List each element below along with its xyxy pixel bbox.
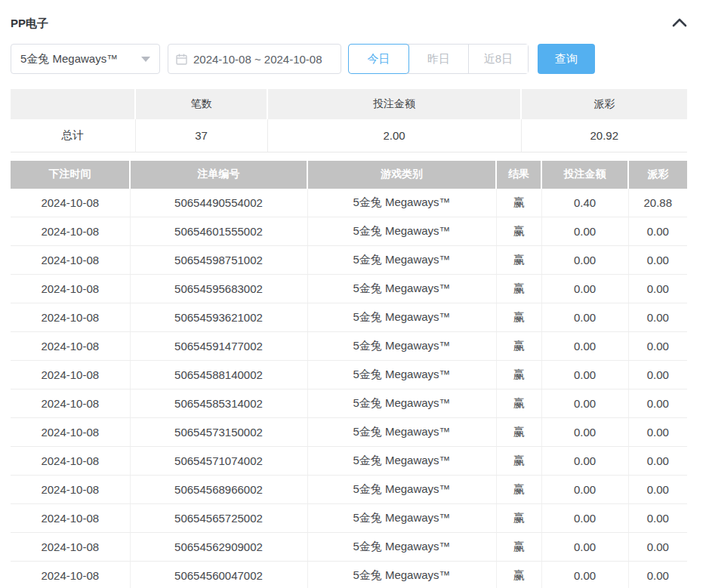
cell-bet-time: 2024-10-08 [11,332,130,361]
cell-bet-amount: 0.00 [541,361,628,389]
table-row: 2024-10-08506545987510025金兔 Megaways™赢0.… [11,246,687,275]
cell-payout: 0.00 [628,303,687,332]
summary-header-blank [11,89,135,119]
cell-bet-id: 50654593621002 [130,303,307,332]
cell-game-category: 5金兔 Megaways™ [307,504,496,533]
quick-range-group: 今日 昨日 近8日 [348,44,529,74]
collapse-button[interactable] [667,12,692,35]
cell-bet-amount: 0.00 [541,275,628,303]
table-row: 2024-10-08506546015550025金兔 Megaways™赢0.… [11,217,687,246]
cell-bet-id: 50654565725002 [130,504,307,533]
summary-header-row: 笔数 投注金额 派彩 [11,89,687,119]
records-header-game-category: 游戏类别 [307,161,496,189]
cell-result: 赢 [496,389,541,418]
cell-payout: 0.00 [628,361,687,389]
search-button[interactable]: 查询 [538,44,595,74]
records-header-result: 结果 [496,161,541,189]
cell-bet-time: 2024-10-08 [11,504,130,533]
cell-bet-amount: 0.00 [541,332,628,361]
chevron-down-icon [141,57,150,62]
summary-total-payout: 20.92 [521,119,687,152]
pp-games-panel: PP电子 5金兔 Megaways™ 2024-10 [0,0,709,588]
table-row: 2024-10-08506545710740025金兔 Megaways™赢0.… [11,447,687,476]
cell-bet-id: 50654573150002 [130,418,307,447]
cell-bet-id: 50654490554002 [130,189,307,217]
table-row: 2024-10-08506545956830025金兔 Megaways™赢0.… [11,275,687,303]
cell-bet-time: 2024-10-08 [11,303,130,332]
cell-game-category: 5金兔 Megaways™ [307,476,496,504]
cell-bet-id: 50654591477002 [130,332,307,361]
cell-bet-amount: 0.00 [541,533,628,562]
cell-game-category: 5金兔 Megaways™ [307,189,496,217]
cell-bet-id: 50654568966002 [130,476,307,504]
table-row: 2024-10-08506545936210025金兔 Megaways™赢0.… [11,303,687,332]
cell-bet-time: 2024-10-08 [11,246,130,275]
cell-result: 赢 [496,418,541,447]
cell-payout: 0.00 [628,217,687,246]
cell-bet-time: 2024-10-08 [11,275,130,303]
panel-header: PP电子 [11,0,698,44]
table-row: 2024-10-08506545600470025金兔 Megaways™赢0.… [11,562,687,588]
cell-game-category: 5金兔 Megaways™ [307,418,496,447]
cell-game-category: 5金兔 Megaways™ [307,217,496,246]
summary-total-bet-amount: 2.00 [267,119,521,152]
summary-total-row: 总计 37 2.00 20.92 [11,119,687,152]
cell-bet-amount: 0.00 [541,303,628,332]
cell-payout: 0.00 [628,246,687,275]
cell-bet-amount: 0.00 [541,562,628,588]
cell-game-category: 5金兔 Megaways™ [307,447,496,476]
yesterday-button[interactable]: 昨日 [408,45,468,73]
cell-payout: 0.00 [628,275,687,303]
cell-game-category: 5金兔 Megaways™ [307,533,496,562]
last-8-days-button[interactable]: 近8日 [468,45,528,73]
records-table: 下注时间 注单编号 游戏类别 结果 投注金额 派彩 2024-10-085065… [11,161,687,588]
cell-bet-time: 2024-10-08 [11,476,130,504]
cell-result: 赢 [496,189,541,217]
cell-game-category: 5金兔 Megaways™ [307,361,496,389]
cell-result: 赢 [496,303,541,332]
table-row: 2024-10-08506545731500025金兔 Megaways™赢0.… [11,418,687,447]
cell-game-category: 5金兔 Megaways™ [307,389,496,418]
cell-result: 赢 [496,504,541,533]
summary-header-count: 笔数 [135,89,267,119]
game-select[interactable]: 5金兔 Megaways™ [11,44,160,74]
cell-bet-amount: 0.00 [541,246,628,275]
table-row: 2024-10-08506545689660025金兔 Megaways™赢0.… [11,476,687,504]
cell-bet-time: 2024-10-08 [11,447,130,476]
cell-payout: 0.00 [628,389,687,418]
today-button[interactable]: 今日 [349,45,408,73]
cell-result: 赢 [496,361,541,389]
summary-header-payout: 派彩 [521,89,687,119]
cell-bet-time: 2024-10-08 [11,533,130,562]
table-row: 2024-10-08506545657250025金兔 Megaways™赢0.… [11,504,687,533]
cell-game-category: 5金兔 Megaways™ [307,303,496,332]
table-row: 2024-10-08506545629090025金兔 Megaways™赢0.… [11,533,687,562]
date-range-input[interactable]: 2024-10-08 ~ 2024-10-08 [168,44,341,74]
cell-bet-amount: 0.00 [541,389,628,418]
table-row: 2024-10-08506545853140025金兔 Megaways™赢0.… [11,389,687,418]
records-header-payout: 派彩 [628,161,687,189]
cell-payout: 0.00 [628,332,687,361]
cell-result: 赢 [496,533,541,562]
cell-bet-id: 50654601555002 [130,217,307,246]
cell-game-category: 5金兔 Megaways™ [307,246,496,275]
cell-bet-id: 50654598751002 [130,246,307,275]
date-range-value: 2024-10-08 ~ 2024-10-08 [193,53,322,66]
cell-payout: 0.00 [628,447,687,476]
cell-result: 赢 [496,275,541,303]
cell-bet-amount: 0.00 [541,504,628,533]
cell-result: 赢 [496,476,541,504]
summary-total-label: 总计 [11,119,135,152]
records-header-bet-amount: 投注金额 [541,161,628,189]
cell-payout: 0.00 [628,418,687,447]
table-row: 2024-10-08506545881400025金兔 Megaways™赢0.… [11,361,687,389]
cell-bet-time: 2024-10-08 [11,189,130,217]
cell-bet-id: 50654571074002 [130,447,307,476]
cell-bet-id: 50654560047002 [130,562,307,588]
cell-bet-amount: 0.00 [541,418,628,447]
cell-payout: 0.00 [628,562,687,588]
cell-bet-id: 50654595683002 [130,275,307,303]
records-header-bet-id: 注单编号 [130,161,307,189]
summary-total-count: 37 [135,119,267,152]
table-row: 2024-10-08506545914770025金兔 Megaways™赢0.… [11,332,687,361]
